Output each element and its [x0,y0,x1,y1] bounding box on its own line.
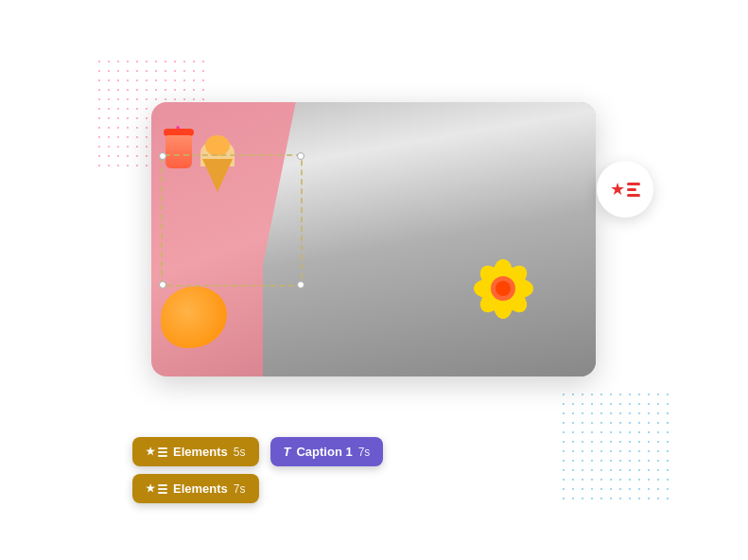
elements-chip-icon-2: ★ [146,482,167,495]
timeline-row-1: ★ Elements 5s T Caption 1 7s [132,437,383,466]
handle-bottomleft[interactable] [159,281,166,289]
selection-box [161,154,303,287]
elements-chip-2-label: Elements [173,481,228,496]
scoop2 [205,135,230,156]
decorative-dots-blue-bottomright [559,390,672,503]
caption-chip-duration: 7s [358,446,371,459]
elements-chip-icon: ★ [146,446,167,458]
elements-chip-duration: 5s [234,446,246,459]
model-image [263,102,597,376]
lines-icon [158,447,167,457]
star-icon-red: ★ [610,179,625,200]
handle-topleft[interactable] [159,152,166,160]
elements-chip-7s[interactable]: ★ Elements 7s [132,474,259,503]
list-lines-icon [627,183,640,197]
handle-bottomright[interactable] [297,281,304,289]
elements-chip-5s[interactable]: ★ Elements 5s [132,437,259,466]
caption-chip-label: Caption 1 [296,445,352,459]
svg-point-9 [496,281,511,296]
star-icon-2: ★ [146,482,155,495]
timeline-row-2: ★ Elements 7s [132,474,383,503]
flower-sticker [473,258,534,320]
timeline-area: ★ Elements 5s T Caption 1 7s ★ [132,437,383,503]
elements-chip-label: Elements [173,445,228,459]
caption-chip-7s[interactable]: T Caption 1 7s [270,437,384,466]
elements-chip-2-duration: 7s [234,482,246,496]
star-icon: ★ [146,446,155,458]
caption-t-icon: T [284,445,291,459]
lines-icon-2 [158,484,167,494]
video-preview-card [151,102,596,376]
star-list-badge[interactable]: ★ [597,161,653,218]
handle-topright[interactable] [297,152,304,160]
